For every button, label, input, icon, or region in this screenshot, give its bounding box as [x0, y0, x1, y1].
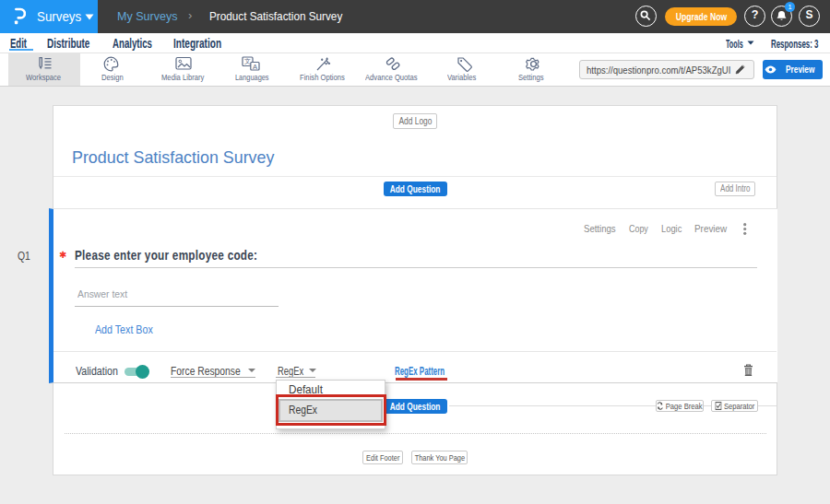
svg-text:文: 文: [244, 57, 251, 64]
svg-text:A: A: [253, 63, 257, 71]
